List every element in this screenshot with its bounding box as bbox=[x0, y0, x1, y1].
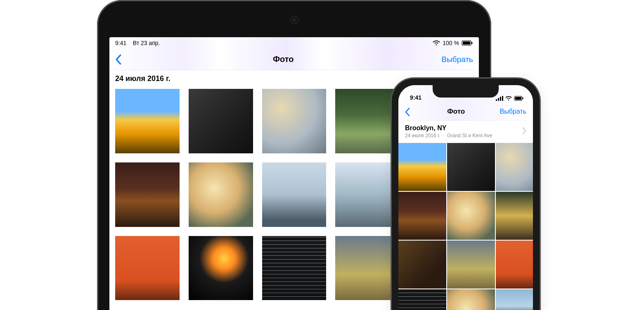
svg-rect-8 bbox=[515, 97, 521, 100]
select-button[interactable]: Выбрать bbox=[500, 108, 526, 115]
photo-thumbnail[interactable] bbox=[262, 89, 327, 153]
photo-thumbnail[interactable] bbox=[115, 89, 180, 153]
iphone-device: 9:41 Фото Выбрать bbox=[392, 79, 540, 310]
photo-thumbnail[interactable] bbox=[189, 162, 253, 227]
ipad-camera-icon bbox=[291, 17, 298, 23]
photo-thumbnail[interactable] bbox=[447, 289, 495, 310]
photo-thumbnail[interactable] bbox=[496, 289, 533, 310]
collection-date: 24 июля 2016 г. bbox=[405, 133, 440, 138]
wifi-icon bbox=[433, 40, 440, 46]
ipad-nav-bar: Фото Выбрать bbox=[109, 49, 479, 70]
collection-header[interactable]: Brooklyn, NY 24 июля 2016 г. · Grand St … bbox=[398, 121, 533, 143]
svg-rect-5 bbox=[500, 97, 501, 101]
photo-thumbnail[interactable] bbox=[398, 143, 446, 191]
photo-thumbnail[interactable] bbox=[496, 241, 533, 289]
iphone-nav-bar: Фото Выбрать bbox=[398, 103, 533, 121]
svg-rect-2 bbox=[471, 42, 472, 44]
svg-rect-1 bbox=[463, 41, 470, 45]
nav-title: Фото bbox=[447, 107, 465, 116]
status-battery-pct: 100 % bbox=[443, 40, 459, 46]
chevron-right-icon bbox=[522, 127, 526, 136]
photo-thumbnail[interactable] bbox=[496, 192, 533, 240]
photo-thumbnail[interactable] bbox=[496, 143, 533, 191]
photo-thumbnail[interactable] bbox=[398, 241, 446, 289]
photo-thumbnail[interactable] bbox=[262, 236, 327, 300]
photo-thumbnail[interactable] bbox=[115, 236, 180, 300]
status-time: 9:41 bbox=[115, 40, 126, 46]
photo-thumbnail[interactable] bbox=[447, 192, 495, 240]
status-time: 9:41 bbox=[410, 94, 421, 101]
battery-icon bbox=[514, 96, 524, 101]
iphone-notch bbox=[433, 85, 499, 98]
photo-thumbnail[interactable] bbox=[262, 162, 327, 227]
iphone-photo-grid bbox=[398, 143, 533, 310]
status-date: Вт 23 апр. bbox=[133, 40, 160, 46]
back-button[interactable] bbox=[405, 108, 412, 115]
photo-thumbnail[interactable] bbox=[398, 289, 446, 310]
photo-thumbnail[interactable] bbox=[335, 162, 400, 227]
battery-icon bbox=[462, 40, 473, 46]
ipad-status-bar: 9:41 Вт 23 апр. 100 % bbox=[109, 37, 479, 49]
signal-icon bbox=[496, 96, 503, 101]
iphone-screen: 9:41 Фото Выбрать bbox=[398, 85, 533, 310]
wifi-icon bbox=[505, 96, 512, 101]
photo-thumbnail[interactable] bbox=[447, 143, 495, 191]
photo-thumbnail[interactable] bbox=[115, 162, 180, 227]
collection-location: Grand St и Kent Ave bbox=[447, 133, 492, 138]
photo-thumbnail[interactable] bbox=[189, 236, 253, 300]
collection-subline: 24 июля 2016 г. · Grand St и Kent Ave bbox=[405, 133, 492, 138]
photo-thumbnail[interactable] bbox=[447, 241, 495, 289]
photo-thumbnail[interactable] bbox=[398, 192, 446, 240]
select-button[interactable]: Выбрать bbox=[441, 55, 473, 64]
back-button[interactable] bbox=[115, 55, 125, 64]
photo-thumbnail[interactable] bbox=[335, 89, 400, 153]
nav-title: Фото bbox=[273, 55, 294, 64]
collection-place: Brooklyn, NY bbox=[405, 124, 492, 132]
svg-rect-4 bbox=[498, 98, 499, 101]
svg-rect-6 bbox=[502, 96, 503, 101]
photo-thumbnail[interactable] bbox=[189, 89, 253, 153]
svg-rect-3 bbox=[496, 99, 497, 101]
svg-rect-9 bbox=[523, 98, 523, 99]
photo-thumbnail[interactable] bbox=[335, 236, 400, 300]
